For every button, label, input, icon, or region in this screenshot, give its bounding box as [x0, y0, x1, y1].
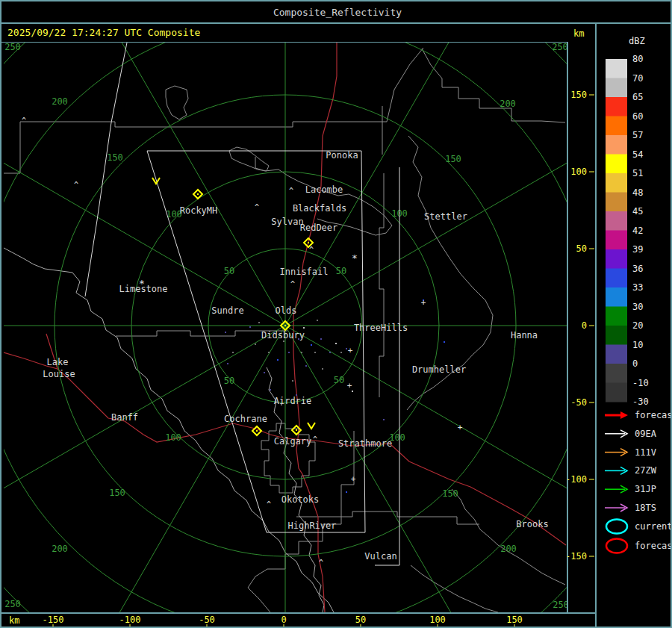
legend-ellipse-current-icon: [606, 520, 627, 534]
city-label-blackfalds: Blackfalds: [293, 203, 346, 214]
coverage-sector-edge: [85, 43, 127, 296]
legend-arrow-label: 27ZW: [635, 465, 657, 476]
colorbar-cell: [606, 211, 627, 231]
range-ring-label: 150: [107, 152, 123, 163]
x-axis-tick-label: 100: [429, 615, 446, 625]
x-axis-tick-label: 150: [506, 615, 523, 625]
plus-marker: +: [351, 474, 356, 484]
city-label-limestone: Limestone: [119, 284, 167, 294]
window-title: Composite_Reflectivity: [273, 7, 402, 18]
range-ring-label: 200: [500, 544, 517, 554]
echo-dot: [288, 352, 290, 353]
radar-site-center-dot: [308, 242, 309, 243]
city-label-lake: Lake: [47, 357, 69, 367]
city-label-threehills: ThreeHills: [354, 323, 408, 333]
echo-dot: [320, 338, 322, 340]
range-ring-label: 150: [442, 488, 458, 499]
radar-site-center-dot: [296, 429, 297, 431]
radar-site-center-dot: [284, 325, 286, 326]
colorbar-title: dBZ: [629, 36, 645, 46]
echo-dot: [292, 380, 293, 382]
range-ring-label: 250: [4, 43, 21, 52]
echo-dot: [255, 343, 256, 345]
x-axis-tick-label: -50: [199, 615, 215, 625]
city-label-hanna: Hanna: [511, 330, 538, 341]
legend-arrow-label: 09EA: [635, 429, 657, 439]
colorbar-threshold-label: 65: [632, 92, 643, 102]
colorbar-cell: [606, 59, 627, 78]
x-axis: km-150-100-50050100150: [1, 614, 567, 628]
city-label-ponoka: Ponoka: [326, 150, 358, 161]
city-label-banff: Banff: [111, 412, 138, 423]
x-axis-tick-label: 0: [281, 615, 286, 625]
colorbar-cell: [606, 345, 627, 364]
y-axis-tick-label: 100: [570, 167, 587, 177]
x-axis-tick-label: 50: [355, 615, 366, 625]
city-label-airdrie: Airdrie: [274, 396, 312, 406]
colorbar-cell: [606, 249, 627, 269]
range-ring-label: 250: [552, 43, 567, 52]
city-label-rockymh: RockyMH: [180, 205, 218, 216]
city-label-lacombe: Lacombe: [305, 184, 343, 195]
y-axis-tick-label: -50: [570, 397, 587, 408]
range-ring-label: 200: [52, 96, 68, 107]
county-boundary: [4, 122, 20, 173]
city-label-reddeer: RedDeer: [300, 223, 338, 233]
colorbar-threshold-label: 20: [632, 320, 643, 331]
colorbar-cell: [606, 383, 627, 402]
range-ring-label: 200: [500, 99, 516, 109]
city-label-drumheller: Drumheller: [412, 364, 466, 375]
range-ring-label: 250: [4, 599, 21, 609]
colorbar-threshold-label: 80: [632, 54, 643, 64]
coverage-sector-edge: [375, 167, 399, 565]
echo-dot: [227, 363, 228, 364]
caret-marker: ^: [255, 203, 259, 211]
colorbar-threshold-label: 60: [632, 111, 643, 122]
echo-dot: [346, 348, 347, 349]
y-axis: 150100500-50-100-150: [567, 42, 595, 612]
legend-ellipse-label: forecast: [635, 541, 672, 551]
echo-dot: [352, 391, 353, 392]
echo-dot: [340, 352, 342, 353]
echo-dot: [314, 352, 316, 353]
colorbar-cell: [606, 155, 627, 174]
echo-dot: [329, 352, 331, 353]
plus-marker: +: [348, 346, 353, 355]
echo-dot: [258, 322, 260, 323]
radar-map[interactable]: 5050505010010010010015015015015020020020…: [4, 43, 567, 612]
caret-marker: ^: [289, 187, 293, 195]
legend-arrow-label: forecast: [635, 410, 672, 420]
range-ring-label: 150: [445, 154, 461, 164]
storm-vector-icon: [308, 423, 315, 429]
colorbar-cell: [606, 269, 627, 288]
radar-app-window: Composite_Reflectivity 2025/09/22 17:24:…: [0, 0, 672, 628]
echo-dot: [277, 359, 279, 361]
colorbar-threshold-label: 39: [632, 244, 643, 255]
radar-site-center-dot: [197, 193, 199, 195]
city-label-strathmore: Strathmore: [338, 438, 392, 449]
x-axis-tick-label: -150: [43, 615, 64, 625]
city-label-okotoks: Okotoks: [281, 494, 320, 505]
y-axis-tick-label: -100: [567, 474, 587, 485]
echo-dot: [264, 372, 265, 373]
colorbar-cell: [606, 287, 627, 307]
colorbar-cell: [606, 116, 627, 136]
city-label-sundre: Sundre: [211, 305, 243, 316]
range-ring-label: 50: [224, 266, 234, 276]
colorbar-threshold-label: -30: [632, 397, 649, 407]
county-boundary: [411, 565, 498, 612]
caret-marker: ^: [313, 435, 317, 444]
echo-dot: [270, 389, 271, 391]
colorbar-threshold-label: 36: [632, 264, 643, 274]
colorbar-threshold-label: 51: [632, 168, 643, 178]
echo-dot: [305, 365, 307, 367]
colorbar-threshold-label: 54: [632, 149, 643, 160]
city-label-olds: Olds: [276, 305, 297, 316]
x-axis-tick-label: -100: [119, 615, 141, 625]
range-ring-label: 100: [165, 432, 181, 443]
radar-site-center-dot: [256, 430, 258, 432]
divider-top: [1, 22, 672, 24]
legend-arrow-label: 31JP: [635, 484, 656, 494]
colorbar-legend-panel: dBZ807065605754514845423936333020100-10-…: [597, 24, 672, 628]
timestamp-label: 2025/09/22 17:24:27 UTC Composite: [7, 27, 200, 38]
